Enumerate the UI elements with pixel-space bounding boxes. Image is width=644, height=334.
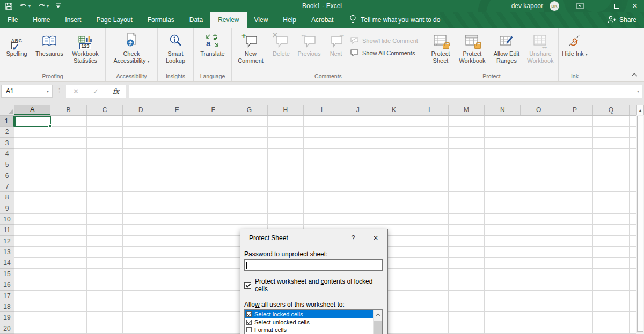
- ribbon-tab[interactable]: Acrobat: [304, 12, 341, 28]
- column-header[interactable]: B: [50, 105, 86, 115]
- show-all-comments-button[interactable]: Show All Comments: [350, 47, 423, 59]
- undo-dropdown-icon[interactable]: ▾: [28, 4, 31, 9]
- row-header[interactable]: 11: [0, 225, 14, 235]
- ribbon-tab[interactable]: Formulas: [140, 12, 182, 28]
- previous-comment-button[interactable]: ← Previous: [294, 29, 324, 70]
- permission-item[interactable]: Select unlocked cells: [245, 318, 373, 325]
- ribbon-tab[interactable]: Home: [25, 12, 57, 28]
- row-header[interactable]: 16: [0, 279, 14, 290]
- permission-checkbox[interactable]: [246, 320, 252, 325]
- ribbon-tab[interactable]: Data: [182, 12, 210, 28]
- row-header[interactable]: 10: [0, 214, 14, 225]
- permission-item[interactable]: Select locked cells: [245, 310, 373, 318]
- ribbon-tab[interactable]: Insert: [57, 12, 89, 28]
- close-button[interactable]: ✕: [626, 0, 644, 12]
- ribbon-display-options-icon[interactable]: [571, 0, 589, 12]
- column-header[interactable]: O: [521, 105, 557, 115]
- column-header[interactable]: G: [231, 105, 267, 115]
- column-header[interactable]: M: [449, 105, 485, 115]
- smart-lookup-button[interactable]: Smart Lookup: [159, 29, 192, 70]
- row-header[interactable]: 20: [0, 323, 14, 334]
- spelling-button[interactable]: ABC✓ Spelling: [1, 29, 32, 70]
- redo-icon[interactable]: ▾: [38, 3, 49, 9]
- protect-contents-checkbox[interactable]: [244, 282, 251, 289]
- expand-formula-bar-icon[interactable]: ▾: [637, 89, 642, 94]
- protect-contents-checkbox-row[interactable]: Protect worksheet and contents of locked…: [244, 278, 383, 293]
- tell-me-box[interactable]: Tell me what you want to do: [349, 14, 440, 25]
- customize-qat-icon[interactable]: [56, 3, 61, 9]
- protect-workbook-button[interactable]: Protect Workbook: [455, 29, 489, 70]
- column-header[interactable]: A: [14, 105, 50, 115]
- row-header[interactable]: 1: [0, 116, 14, 127]
- row-header[interactable]: 2: [0, 127, 14, 137]
- ribbon-tab[interactable]: Help: [275, 12, 304, 28]
- worksheet[interactable]: ABCDEFGHIJKLMNOPQ 1234567891011121314151…: [0, 105, 644, 334]
- undo-icon[interactable]: ▾: [19, 3, 31, 9]
- password-input[interactable]: [244, 259, 383, 271]
- formula-input[interactable]: ▾: [129, 85, 642, 98]
- listbox-scrollbar-thumb[interactable]: [374, 321, 382, 334]
- ribbon-tab[interactable]: Review: [210, 12, 246, 28]
- row-header[interactable]: 3: [0, 138, 14, 149]
- column-header[interactable]: C: [87, 105, 123, 115]
- show-hide-comment-button[interactable]: Show/Hide Comment: [350, 34, 423, 47]
- formula-bar-splitter[interactable]: ⋮: [56, 87, 62, 94]
- allow-edit-ranges-button[interactable]: Allow Edit Ranges: [489, 29, 524, 70]
- ribbon-tab[interactable]: Page Layout: [89, 12, 140, 28]
- column-header[interactable]: L: [412, 105, 448, 115]
- name-box-dropdown-icon[interactable]: ▾: [43, 89, 52, 94]
- column-header[interactable]: D: [123, 105, 159, 115]
- unshare-workbook-button[interactable]: ↔ Unshare Workbook: [524, 29, 557, 70]
- cancel-entry-icon[interactable]: ✕: [73, 87, 79, 95]
- permission-checkbox[interactable]: [246, 327, 252, 332]
- row-header[interactable]: 7: [0, 181, 14, 192]
- protect-sheet-button[interactable]: Protect Sheet: [426, 29, 455, 70]
- minimize-button[interactable]: [589, 0, 608, 12]
- active-cell-selection[interactable]: [14, 116, 51, 127]
- column-header[interactable]: N: [485, 105, 521, 115]
- enter-entry-icon[interactable]: ✓: [93, 87, 99, 95]
- translate-button[interactable]: a Translate: [195, 29, 230, 70]
- row-header[interactable]: 9: [0, 203, 14, 214]
- row-header[interactable]: 13: [0, 247, 14, 257]
- dialog-title-bar[interactable]: Protect Sheet ? ✕: [240, 229, 387, 246]
- scrollbar-thumb[interactable]: [637, 116, 643, 332]
- column-header[interactable]: K: [376, 105, 412, 115]
- listbox-scroll-up-icon[interactable]: [374, 310, 382, 318]
- column-header[interactable]: E: [159, 105, 195, 115]
- restore-button[interactable]: [608, 0, 626, 12]
- row-header[interactable]: 15: [0, 269, 14, 279]
- user-name[interactable]: dev kapoor: [511, 2, 543, 10]
- insert-function-icon[interactable]: fx: [113, 87, 119, 95]
- check-accessibility-button[interactable]: Check Accessibility ▾: [107, 29, 156, 70]
- row-header[interactable]: 14: [0, 257, 14, 268]
- column-header[interactable]: H: [268, 105, 304, 115]
- column-header[interactable]: J: [340, 105, 376, 115]
- column-header[interactable]: F: [195, 105, 231, 115]
- name-box[interactable]: A1 ▾: [1, 85, 53, 98]
- dialog-close-icon[interactable]: ✕: [364, 234, 387, 242]
- row-header[interactable]: 5: [0, 159, 14, 170]
- avatar[interactable]: DK: [550, 1, 559, 11]
- column-header[interactable]: I: [304, 105, 340, 115]
- row-header[interactable]: 18: [0, 301, 14, 312]
- row-header[interactable]: 8: [0, 192, 14, 203]
- column-header[interactable]: P: [557, 105, 593, 115]
- thesaurus-button[interactable]: Thesaurus: [32, 29, 67, 70]
- scroll-up-icon[interactable]: ▲: [636, 105, 644, 115]
- ribbon-tab[interactable]: View: [247, 12, 276, 28]
- ribbon-tab[interactable]: File: [0, 12, 25, 28]
- row-header[interactable]: 6: [0, 170, 14, 181]
- workbook-statistics-button[interactable]: 123 Workbook Statistics: [67, 29, 104, 70]
- row-header[interactable]: 12: [0, 236, 14, 247]
- share-button[interactable]: Share: [608, 16, 636, 25]
- row-header[interactable]: 4: [0, 149, 14, 159]
- select-all-corner[interactable]: [0, 105, 14, 116]
- sheet-vertical-scrollbar[interactable]: ▲: [636, 105, 644, 334]
- next-comment-button[interactable]: → Next: [324, 29, 348, 70]
- listbox-scrollbar[interactable]: [373, 310, 382, 334]
- redo-dropdown-icon[interactable]: ▾: [47, 4, 49, 9]
- permissions-listbox[interactable]: Select locked cells Select unlocked cell…: [244, 309, 383, 334]
- permission-item[interactable]: Format cells: [245, 326, 373, 333]
- row-header[interactable]: 17: [0, 291, 14, 301]
